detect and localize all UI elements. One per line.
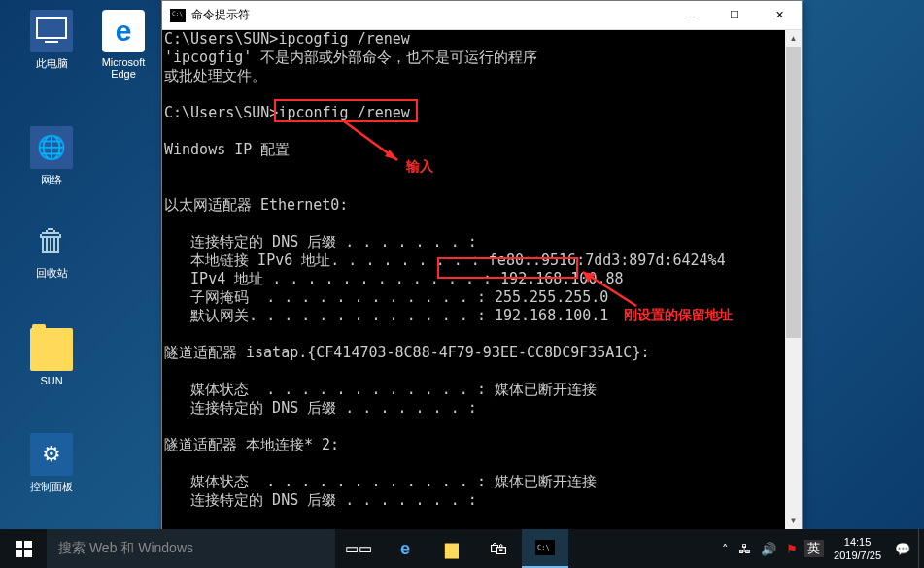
tray-network-icon[interactable]: 🖧 (735, 542, 755, 556)
scrollbar[interactable]: ▲ ▼ (785, 30, 802, 529)
terminal-output[interactable]: C:\Users\SUN>ipcogfig /renew 'ipcogfig' … (162, 30, 802, 529)
system-tray: ˄ 🖧 🔊 ⚑ 英 14:15 2019/7/25 💬 (714, 535, 918, 562)
icon-label: 网络 (17, 173, 86, 187)
network-icon (30, 126, 73, 169)
icon-label: SUN (17, 375, 86, 386)
minimize-button[interactable]: — (667, 1, 712, 30)
desktop-icon-edge[interactable]: e Microsoft Edge (89, 10, 157, 80)
cmd-icon (170, 9, 186, 22)
clock-time: 14:15 (834, 535, 881, 549)
scroll-thumb[interactable] (786, 47, 801, 338)
search-box[interactable]: 搜索 Web 和 Windows (47, 529, 335, 568)
icon-label: 回收站 (17, 266, 86, 281)
windows-logo-icon (16, 541, 32, 557)
maximize-button[interactable]: ☐ (712, 1, 757, 30)
folder-icon: ▆ (445, 538, 459, 559)
taskbar-app-cmd[interactable]: C:\ (522, 529, 568, 568)
taskbar: 搜索 Web 和 Windows ▭▭ e ▆ 🛍 C:\ ˄ 🖧 🔊 ⚑ 英 … (0, 529, 924, 568)
desktop-icon-user-folder[interactable]: SUN (17, 328, 86, 386)
ime-indicator[interactable]: 英 (804, 540, 824, 557)
desktop-icon-control-panel[interactable]: 控制面板 (17, 433, 86, 494)
tray-security-icon[interactable]: ⚑ (782, 542, 802, 556)
task-view-button[interactable]: ▭▭ (335, 529, 382, 568)
notifications-icon[interactable]: 💬 (891, 542, 914, 556)
taskbar-app-edge[interactable]: e (382, 529, 428, 568)
desktop-icon-this-pc[interactable]: 此电脑 (17, 10, 86, 71)
this-pc-icon (30, 10, 73, 52)
desktop-icon-network[interactable]: 网络 (17, 126, 86, 187)
search-placeholder: 搜索 Web 和 Windows (58, 540, 193, 557)
close-button[interactable]: ✕ (757, 1, 802, 30)
recycle-bin-icon (30, 219, 73, 262)
show-desktop-button[interactable] (918, 529, 924, 568)
scroll-up-arrow[interactable]: ▲ (785, 30, 802, 47)
icon-label: Microsoft Edge (89, 56, 157, 80)
store-icon: 🛍 (490, 539, 507, 559)
taskbar-app-explorer[interactable]: ▆ (428, 529, 475, 568)
icon-label: 控制面板 (17, 480, 86, 494)
task-view-icon: ▭▭ (345, 540, 372, 557)
start-button[interactable] (0, 529, 47, 568)
desktop-icon-recycle-bin[interactable]: 回收站 (17, 219, 86, 281)
clock[interactable]: 14:15 2019/7/25 (826, 535, 889, 562)
cmd-icon: C:\ (535, 540, 555, 555)
taskbar-app-store[interactable]: 🛍 (475, 529, 522, 568)
edge-icon: e (102, 10, 145, 52)
edge-icon: e (400, 539, 410, 559)
cmd-window[interactable]: 命令提示符 — ☐ ✕ C:\Users\SUN>ipcogfig /renew… (161, 0, 803, 530)
window-title: 命令提示符 (191, 7, 667, 23)
tray-chevron-icon[interactable]: ˄ (718, 542, 733, 556)
icon-label: 此电脑 (17, 56, 86, 71)
folder-icon (30, 328, 73, 371)
control-panel-icon (30, 433, 73, 476)
titlebar[interactable]: 命令提示符 — ☐ ✕ (162, 1, 802, 30)
scroll-down-arrow[interactable]: ▼ (785, 513, 802, 529)
clock-date: 2019/7/25 (834, 549, 881, 562)
tray-volume-icon[interactable]: 🔊 (757, 542, 780, 556)
